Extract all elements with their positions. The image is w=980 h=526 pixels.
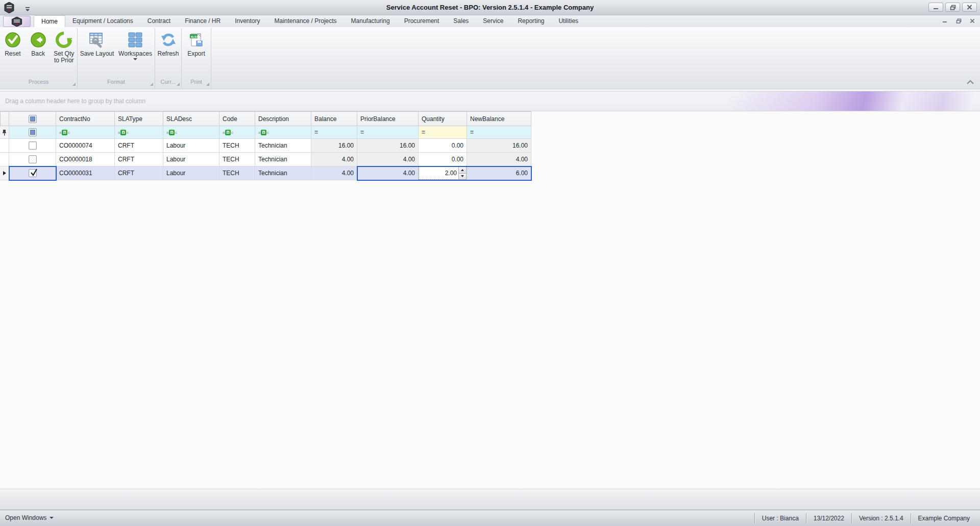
column-header-priorbalance[interactable]: PriorBalance: [357, 111, 419, 126]
cell-slatype[interactable]: CRFT: [115, 139, 163, 153]
quantity-editor[interactable]: 2.00: [419, 166, 467, 180]
column-header-slatype[interactable]: SLAType: [115, 111, 163, 126]
filter-sladesc[interactable]: aBc: [163, 126, 219, 139]
row-indicator-cell: [0, 139, 9, 153]
tab-sales[interactable]: Sales: [446, 15, 476, 27]
filter-description[interactable]: aBc: [255, 126, 311, 139]
cell-sladesc[interactable]: Labour: [163, 139, 219, 153]
column-header-sladesc[interactable]: SLADesc: [163, 111, 219, 126]
tab-maintenance-projects[interactable]: Maintenance / Projects: [267, 15, 344, 27]
refresh-button[interactable]: Refresh: [155, 28, 181, 76]
header-select-all[interactable]: [9, 111, 56, 126]
cell-contractno[interactable]: CO0000018: [56, 153, 115, 166]
child-minimize-icon[interactable]: [943, 18, 948, 23]
window-title: Service Account Reset - BPO: Version 2.5…: [0, 4, 980, 11]
filter-quantity[interactable]: =: [419, 126, 467, 139]
filter-select-all[interactable]: [9, 126, 56, 139]
lower-panel: [0, 489, 980, 510]
dialog-launcher-icon[interactable]: [177, 83, 180, 86]
cell-contractno[interactable]: CO0000031: [56, 166, 115, 180]
cell-sladesc[interactable]: Labour: [163, 166, 219, 180]
back-button[interactable]: Back: [26, 28, 51, 76]
cell-quantity[interactable]: 0.00: [419, 139, 467, 153]
row-select-cell[interactable]: [9, 139, 56, 153]
application-menu-button[interactable]: [3, 16, 31, 27]
spin-down-button[interactable]: [459, 174, 466, 180]
dialog-launcher-icon[interactable]: [206, 83, 209, 86]
child-close-icon[interactable]: [970, 18, 975, 23]
cell-slatype[interactable]: CRFT: [115, 166, 163, 180]
collapse-ribbon-icon[interactable]: [966, 78, 975, 87]
restore-button[interactable]: [945, 3, 960, 12]
tab-contract[interactable]: Contract: [140, 15, 178, 27]
status-version: Version : 2.5.1.4: [852, 511, 911, 526]
cell-contractno[interactable]: CO0000074: [56, 139, 115, 153]
reset-button[interactable]: Reset: [0, 28, 26, 76]
child-restore-icon[interactable]: [956, 18, 962, 23]
cell-slatype[interactable]: CRFT: [115, 153, 163, 166]
cell-description[interactable]: Technician: [255, 153, 311, 166]
cell-code[interactable]: TECH: [219, 166, 255, 180]
filter-contractno[interactable]: aBc: [56, 126, 115, 139]
tab-utilities[interactable]: Utilities: [551, 15, 585, 27]
tab-finance-hr[interactable]: Finance / HR: [178, 15, 228, 27]
tab-equipment-locations[interactable]: Equipment / Locations: [65, 15, 140, 27]
cell-balance: 16.00: [311, 139, 357, 153]
dialog-launcher-icon[interactable]: [150, 83, 153, 86]
cell-description[interactable]: Technician: [255, 166, 311, 180]
filter-newbalance[interactable]: =: [467, 126, 531, 139]
column-header-description[interactable]: Description: [255, 111, 311, 126]
text-filter-icon: aBc: [223, 130, 233, 135]
equals-filter-icon: =: [360, 129, 364, 136]
tab-service[interactable]: Service: [476, 15, 510, 27]
minimize-icon: [933, 5, 939, 10]
tab-inventory[interactable]: Inventory: [228, 15, 267, 27]
spin-up-button[interactable]: [459, 167, 466, 174]
dialog-launcher-icon[interactable]: [72, 83, 76, 86]
filter-priorbalance[interactable]: =: [357, 126, 419, 139]
tab-manufacturing[interactable]: Manufacturing: [344, 15, 397, 27]
status-bar: Open Windows User : Bianca 13/12/2022 Ve…: [0, 510, 980, 526]
row-select-cell[interactable]: [9, 153, 56, 166]
filter-code[interactable]: aBc: [219, 126, 255, 139]
filter-checkbox[interactable]: [29, 128, 37, 136]
group-by-panel[interactable]: Drag a column header here to group by th…: [0, 91, 980, 111]
cell-sladesc[interactable]: Labour: [163, 153, 219, 166]
row-select-cell[interactable]: [9, 166, 56, 180]
ribbon-group-process: Reset Back Set Qty to Prior Process: [0, 28, 78, 88]
filter-slatype[interactable]: aBc: [115, 126, 163, 139]
row-checkbox[interactable]: [29, 141, 37, 150]
minimize-button[interactable]: [928, 3, 943, 12]
workspaces-button[interactable]: Workspaces: [116, 28, 154, 76]
column-header-balance[interactable]: Balance: [311, 111, 357, 126]
tab-reporting[interactable]: Reporting: [510, 15, 551, 27]
column-header-newbalance[interactable]: NewBalance: [467, 111, 531, 126]
text-filter-icon: aBc: [166, 130, 177, 135]
group-label-process: Process: [0, 77, 77, 87]
filter-balance[interactable]: =: [311, 126, 357, 139]
quantity-value[interactable]: 2.00: [419, 170, 458, 177]
tab-home[interactable]: Home: [34, 15, 65, 27]
export-button[interactable]: XLSX Export: [182, 28, 211, 76]
tab-procurement[interactable]: Procurement: [397, 15, 447, 27]
workspaces-dropdown-icon: [133, 58, 137, 60]
select-all-checkbox[interactable]: [29, 115, 37, 123]
close-icon: [967, 5, 972, 10]
cell-quantity[interactable]: 0.00: [419, 153, 467, 166]
column-header-contractno[interactable]: ContractNo: [56, 111, 115, 126]
cell-description[interactable]: Technician: [255, 139, 311, 153]
cell-priorbalance: 4.00: [357, 166, 419, 180]
row-checkbox-checked[interactable]: [29, 169, 37, 177]
close-button[interactable]: [962, 3, 977, 12]
column-header-quantity[interactable]: Quantity: [419, 111, 467, 126]
cell-code[interactable]: TECH: [219, 153, 255, 166]
pin-icon: [2, 129, 7, 136]
set-qty-to-prior-button[interactable]: Set Qty to Prior: [51, 28, 77, 76]
column-header-code[interactable]: Code: [219, 111, 255, 126]
cell-code[interactable]: TECH: [219, 139, 255, 153]
row-indicator-cell: [0, 166, 9, 180]
open-windows-dropdown[interactable]: Open Windows: [5, 514, 54, 521]
save-layout-button[interactable]: Save Layout: [78, 28, 116, 76]
data-grid: ContractNo SLAType SLADesc Code Descript…: [0, 111, 531, 180]
row-checkbox[interactable]: [29, 155, 37, 163]
